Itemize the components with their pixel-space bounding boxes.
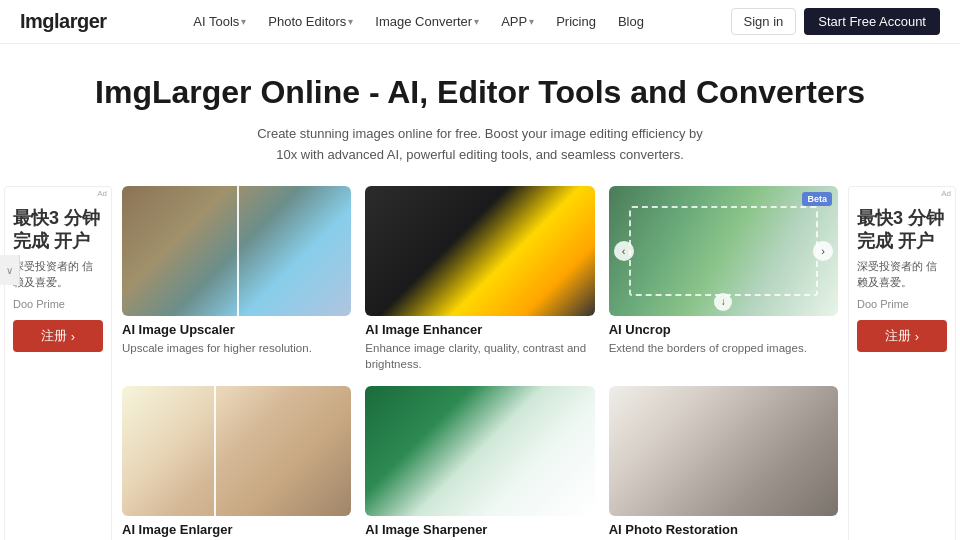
card-title-sharpener: AI Image Sharpener	[365, 522, 594, 537]
signin-button[interactable]: Sign in	[731, 8, 797, 35]
nav-photo-editors[interactable]: Photo Editors ▾	[260, 10, 361, 33]
ad-panel-right: Ad 最快3 分钟完成 开户 深受投资者的 信赖及喜爱。 Doo Prime 注…	[848, 186, 956, 540]
ad-tag-left: Ad	[97, 189, 107, 198]
ad-subtitle-right: 深受投资者的 信赖及喜爱。	[857, 259, 947, 290]
main-area: Ad 最快3 分钟完成 开户 深受投资者的 信赖及喜爱。 Doo Prime 注…	[0, 182, 960, 540]
card-title-enlarger: AI Image Enlarger	[122, 522, 351, 537]
scroll-indicator[interactable]: ∨	[0, 255, 20, 285]
ad-panel-left: Ad 最快3 分钟完成 开户 深受投资者的 信赖及喜爱。 Doo Prime 注…	[4, 186, 112, 540]
card-image-enlarger[interactable]	[122, 386, 351, 516]
ad-brand-left: Doo Prime	[13, 298, 103, 310]
card-enhancer: AI Image Enhancer Enhance image clarity,…	[365, 186, 594, 372]
grid-area: AI Image Upscaler Upscale images for hig…	[116, 182, 844, 540]
chevron-down-icon: ▾	[529, 16, 534, 27]
nav-blog[interactable]: Blog	[610, 10, 652, 33]
nav-app[interactable]: APP ▾	[493, 10, 542, 33]
ad-register-button-left[interactable]: 注册 ›	[13, 320, 103, 352]
card-title-enhancer: AI Image Enhancer	[365, 322, 594, 337]
divider-enlarger	[214, 386, 216, 516]
chevron-down-icon: ▾	[241, 16, 246, 27]
card-title-upscaler: AI Image Upscaler	[122, 322, 351, 337]
ad-tag-right: Ad	[941, 189, 951, 198]
card-image-upscaler[interactable]	[122, 186, 351, 316]
card-title-uncrop: AI Uncrop	[609, 322, 838, 337]
start-free-account-button[interactable]: Start Free Account	[804, 8, 940, 35]
card-desc-uncrop: Extend the borders of cropped images.	[609, 340, 838, 356]
nav-pricing[interactable]: Pricing	[548, 10, 604, 33]
nav-ai-tools[interactable]: AI Tools ▾	[185, 10, 254, 33]
ad-subtitle-left: 深受投资者的 信赖及喜爱。	[13, 259, 103, 290]
card-img-wrapper-enlarger	[122, 386, 351, 516]
ad-title-right: 最快3 分钟完成 开户	[857, 207, 947, 254]
nav-items: AI Tools ▾ Photo Editors ▾ Image Convert…	[185, 10, 652, 33]
divider-upscaler	[237, 186, 239, 316]
card-restoration: AI Photo Restoration Restore old or blur…	[609, 386, 838, 540]
nav-image-converter[interactable]: Image Converter ▾	[367, 10, 487, 33]
chevron-down-icon: ▾	[474, 16, 479, 27]
card-image-enhancer[interactable]	[365, 186, 594, 316]
card-enlarger: AI Image Enlarger Enlarge images without…	[122, 386, 351, 540]
card-desc-enhancer: Enhance image clarity, quality, contrast…	[365, 340, 594, 372]
card-upscaler: AI Image Upscaler Upscale images for hig…	[122, 186, 351, 372]
card-img-wrapper-uncrop: Beta ‹ › ↓	[609, 186, 838, 316]
card-desc-upscaler: Upscale images for higher resolution.	[122, 340, 351, 356]
card-img-wrapper-enhancer	[365, 186, 594, 316]
ad-register-button-right[interactable]: 注册 ›	[857, 320, 947, 352]
hero-section: ImgLarger Online - AI, Editor Tools and …	[0, 44, 960, 182]
card-image-restoration[interactable]	[609, 386, 838, 516]
card-title-restoration: AI Photo Restoration	[609, 522, 838, 537]
uncrop-selection	[629, 206, 818, 296]
hero-title: ImgLarger Online - AI, Editor Tools and …	[20, 72, 940, 112]
card-image-sharpener[interactable]	[365, 386, 594, 516]
ad-brand-right: Doo Prime	[857, 298, 947, 310]
card-img-wrapper-sharpener	[365, 386, 594, 516]
ad-title-left: 最快3 分钟完成 开户	[13, 207, 103, 254]
navbar-right: Sign in Start Free Account	[731, 8, 940, 35]
beta-badge: Beta	[802, 192, 832, 206]
card-sharpener: AI Image Sharpener Sharpen blurred image…	[365, 386, 594, 540]
card-img-wrapper-restoration	[609, 386, 838, 516]
navbar: Imglarger AI Tools ▾ Photo Editors ▾ Ima…	[0, 0, 960, 44]
hero-subtitle: Create stunning images online for free. …	[250, 124, 710, 166]
card-img-wrapper-upscaler	[122, 186, 351, 316]
chevron-down-icon: ▾	[348, 16, 353, 27]
logo[interactable]: Imglarger	[20, 10, 107, 33]
cards-grid: AI Image Upscaler Upscale images for hig…	[122, 186, 838, 540]
card-image-uncrop[interactable]: Beta ‹ › ↓	[609, 186, 838, 316]
card-uncrop: Beta ‹ › ↓ AI Uncrop Extend the borders …	[609, 186, 838, 372]
